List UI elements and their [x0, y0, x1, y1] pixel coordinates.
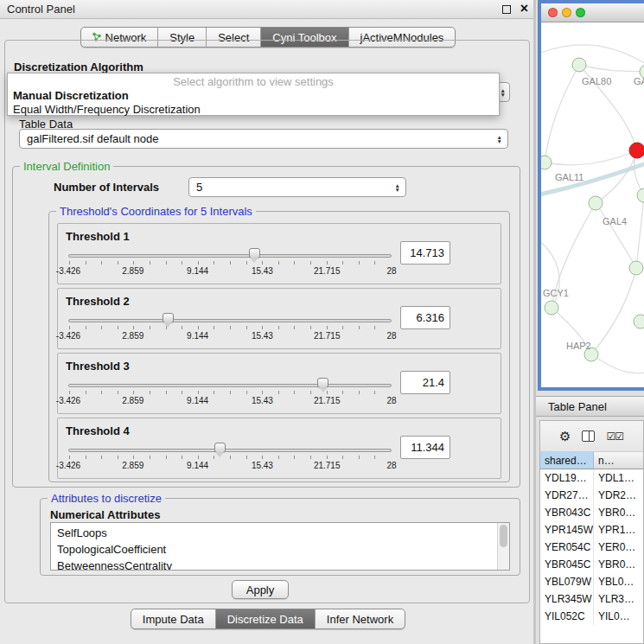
slider-thumb[interactable] [249, 248, 260, 258]
table-row[interactable]: YBL079W YBL0… [540, 573, 643, 590]
table-row[interactable]: YPR145W YPR1… [540, 521, 643, 539]
tick-label: 21.715 [314, 331, 341, 341]
zoom-traffic-light-icon[interactable] [576, 8, 585, 17]
attributes-group-title: Attributes to discretize [48, 492, 165, 505]
tick-label: 15.43 [252, 331, 273, 341]
algorithm-placeholder-option[interactable]: Select algorithm to view settings [8, 75, 499, 89]
cell-name: YPR1… [594, 521, 643, 539]
select-all-icon[interactable]: ☑☑ [606, 430, 623, 443]
network-node[interactable] [629, 261, 643, 275]
interval-definition-title: Interval Definition [20, 160, 113, 173]
slider-track[interactable] [68, 319, 392, 322]
tick-label: 21.715 [314, 396, 341, 405]
column-header-shared-name[interactable]: shared… [540, 452, 594, 469]
number-of-intervals-combobox[interactable]: 5 ▲▼ [188, 177, 406, 197]
threshold-3-value-input[interactable] [400, 371, 450, 394]
table-row[interactable]: YDR27… YDR2… [540, 487, 643, 504]
network-node-label: HAP2 [566, 341, 591, 351]
bottom-tab-infer-network[interactable]: Infer Network [315, 609, 405, 628]
network-node-label: GCY1 [543, 288, 569, 298]
algorithm-option-equal-width-frequency[interactable]: Equal Width/Frequency Discretization [8, 103, 499, 117]
slider-track[interactable] [68, 254, 392, 258]
network-node-label: GAL4 [603, 216, 627, 226]
tick-label: 2.859 [122, 331, 143, 341]
network-node-selected[interactable] [629, 143, 644, 158]
tick-label: 2.859 [122, 461, 143, 470]
thresholds-group-title: Threshold's Coordinates for 5 Intervals [56, 205, 256, 218]
attribute-item[interactable]: TopologicalCoefficient [51, 541, 509, 558]
tick-label: 28 [386, 331, 396, 341]
tick-label: 2.859 [122, 266, 143, 276]
bottom-tab-impute-data[interactable]: Impute Data [131, 609, 215, 628]
table-panel-title: Table Panel [548, 400, 607, 413]
network-node[interactable] [589, 196, 603, 210]
numerical-attributes-list[interactable]: SelfLoopsTopologicalCoefficientBetweenne… [50, 522, 510, 571]
cell-shared-name: YPR145W [540, 521, 594, 539]
threshold-2-value-input[interactable] [400, 306, 450, 329]
table-data-combobox[interactable]: galFiltered.sif default node ▲▼ [19, 129, 508, 149]
slider-thumb[interactable] [317, 378, 328, 388]
tick-label: 9.144 [187, 396, 208, 405]
table-row[interactable]: YER054C YER0… [540, 539, 643, 556]
tick-label: 15.43 [252, 266, 273, 276]
tab-label: Impute Data [143, 613, 204, 626]
network-node[interactable] [541, 156, 552, 169]
network-canvas[interactable]: GAL80GAGAL11GAL4GCY1HAP2 [541, 22, 644, 387]
network-node[interactable] [572, 58, 586, 72]
network-node[interactable] [637, 188, 644, 202]
algorithm-dropdown-popup: Select algorithm to view settings Manual… [7, 73, 500, 116]
cell-shared-name: YER054C [540, 539, 594, 556]
tick-label: 21.715 [314, 461, 341, 470]
cell-name: YBR0… [594, 504, 643, 521]
float-window-icon[interactable] [502, 5, 511, 14]
table-row[interactable]: YBR043C YBR0… [540, 504, 643, 521]
slider-tickmarks [69, 261, 391, 265]
tab-label: Infer Network [327, 613, 393, 626]
slider-track[interactable] [68, 384, 392, 387]
threshold-1-value-input[interactable] [400, 241, 450, 265]
slider-thumb[interactable] [214, 443, 226, 453]
table-row[interactable]: YBR045C YBR0… [540, 556, 643, 573]
tick-label: 21.715 [314, 266, 341, 276]
cell-name: YDL1… [594, 469, 643, 487]
spinner-arrows-icon: ▲▼ [501, 88, 506, 97]
table-data-value: galFiltered.sif default node [27, 132, 158, 145]
cell-name: YLR3… [594, 590, 643, 608]
threshold-4-value-input[interactable] [400, 436, 450, 459]
threshold-label: Threshold 3 [66, 360, 130, 373]
number-of-intervals-value: 5 [196, 181, 202, 194]
attributes-scrollbar[interactable] [497, 523, 509, 570]
apply-button[interactable]: Apply [232, 580, 289, 599]
bottom-tab-discretize-data[interactable]: Discretize Data [215, 609, 315, 628]
columns-icon[interactable] [582, 430, 595, 442]
table-row[interactable]: YLR345W YLR3… [540, 590, 643, 608]
attribute-item[interactable]: BetweennessCentrality [51, 558, 509, 571]
table-row[interactable]: YIL052C YIL0… [540, 608, 643, 625]
close-traffic-light-icon[interactable] [548, 8, 558, 17]
network-node[interactable] [545, 301, 558, 315]
cell-name: YBL0… [594, 573, 643, 590]
close-icon[interactable]: × [520, 1, 528, 16]
minimize-traffic-light-icon[interactable] [562, 8, 571, 17]
slider-tickmarks [69, 326, 391, 329]
numerical-attributes-label: Numerical Attributes [50, 508, 160, 521]
attribute-item[interactable]: SelfLoops [51, 525, 509, 541]
algorithm-option-manual-discretization[interactable]: Manual Discretization [8, 89, 499, 103]
threshold-3-slider[interactable]: -3.4262.8599.14415.4321.71528 [68, 377, 392, 411]
cell-shared-name: YLR345W [540, 590, 594, 608]
threshold-label: Threshold 1 [66, 230, 130, 243]
threshold-4-slider[interactable]: -3.4262.8599.14415.4321.71528 [68, 442, 392, 476]
cell-shared-name: YBR045C [540, 556, 594, 573]
gear-icon[interactable]: ⚙ [559, 429, 571, 444]
scrollbar-thumb[interactable] [500, 525, 507, 547]
threshold-2-slider[interactable]: -3.4262.8599.14415.4321.71528 [68, 312, 392, 347]
tick-label: 9.144 [187, 331, 208, 341]
table-row[interactable]: YDL19… YDL1… [540, 469, 643, 487]
tick-label: 28 [386, 461, 396, 470]
slider-track[interactable] [68, 449, 392, 452]
network-node[interactable] [634, 315, 644, 328]
number-of-intervals-label: Number of Intervals [54, 181, 159, 194]
threshold-1-slider[interactable]: -3.4262.8599.14415.4321.71528 [68, 247, 392, 282]
column-header-name[interactable]: n… [594, 452, 643, 469]
slider-thumb[interactable] [163, 313, 174, 323]
